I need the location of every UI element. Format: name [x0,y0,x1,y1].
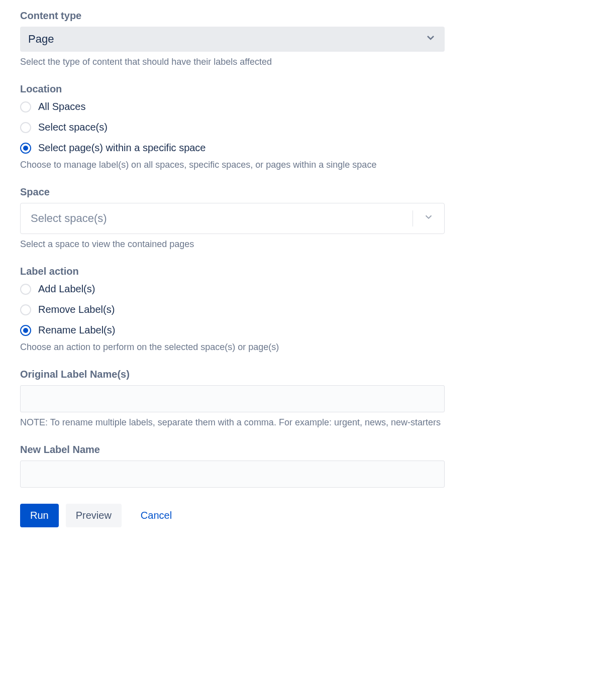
content-type-select-wrapper: Page [20,27,445,52]
label-action-label: Label action [20,266,596,277]
radio-icon [20,143,31,154]
label-action-radio-rename[interactable]: Rename Label(s) [20,324,596,336]
label-action-radio-remove[interactable]: Remove Label(s) [20,304,596,315]
label-action-help: Choose an action to perform on the selec… [20,342,596,353]
cancel-button[interactable]: Cancel [129,504,182,527]
label-action-radio-add-label: Add Label(s) [38,283,95,295]
radio-icon [20,122,31,133]
preview-button[interactable]: Preview [66,504,122,527]
location-label: Location [20,83,596,95]
label-action-radio-remove-label: Remove Label(s) [38,304,115,315]
location-radio-select[interactable]: Select space(s) [20,122,596,133]
original-label-input[interactable] [20,385,445,412]
new-label-label: New Label Name [20,444,596,456]
label-action-radio-add[interactable]: Add Label(s) [20,283,596,295]
location-radio-all[interactable]: All Spaces [20,101,596,112]
space-select-wrapper: Select space(s) [20,203,445,234]
space-help: Select a space to view the contained pag… [20,239,596,250]
location-radio-select-label: Select space(s) [38,122,108,133]
space-group: Space Select space(s) Select a space to … [20,186,596,250]
radio-icon [20,325,31,336]
original-label-help: NOTE: To rename multiple labels, separat… [20,417,596,428]
space-label: Space [20,186,596,198]
original-label-group: Original Label Name(s) NOTE: To rename m… [20,369,596,428]
content-type-value: Page [28,33,54,46]
select-divider [413,210,413,226]
button-row: Run Preview Cancel [20,504,596,527]
space-placeholder: Select space(s) [31,212,107,225]
chevron-down-icon [425,32,437,47]
radio-icon [20,101,31,112]
original-label-label: Original Label Name(s) [20,369,596,380]
label-action-radio-rename-label: Rename Label(s) [38,324,115,336]
radio-icon [20,284,31,295]
chevron-down-icon [423,211,434,225]
location-radio-pages-label: Select page(s) within a specific space [38,142,206,154]
radio-icon [20,304,31,315]
content-type-group: Content type Page Select the type of con… [20,10,596,67]
location-radio-pages[interactable]: Select page(s) within a specific space [20,142,596,154]
location-radio-group: All Spaces Select space(s) Select page(s… [20,101,596,154]
location-radio-all-label: All Spaces [38,101,86,112]
label-action-radio-group: Add Label(s) Remove Label(s) Rename Labe… [20,283,596,336]
content-type-label: Content type [20,10,596,22]
label-action-group: Label action Add Label(s) Remove Label(s… [20,266,596,353]
content-type-help: Select the type of content that should h… [20,57,596,67]
location-group: Location All Spaces Select space(s) Sele… [20,83,596,170]
space-select[interactable]: Select space(s) [20,203,445,234]
new-label-group: New Label Name [20,444,596,488]
run-button[interactable]: Run [20,504,59,527]
content-type-select[interactable]: Page [20,27,445,52]
new-label-input[interactable] [20,461,445,488]
location-help: Choose to manage label(s) on all spaces,… [20,160,596,170]
